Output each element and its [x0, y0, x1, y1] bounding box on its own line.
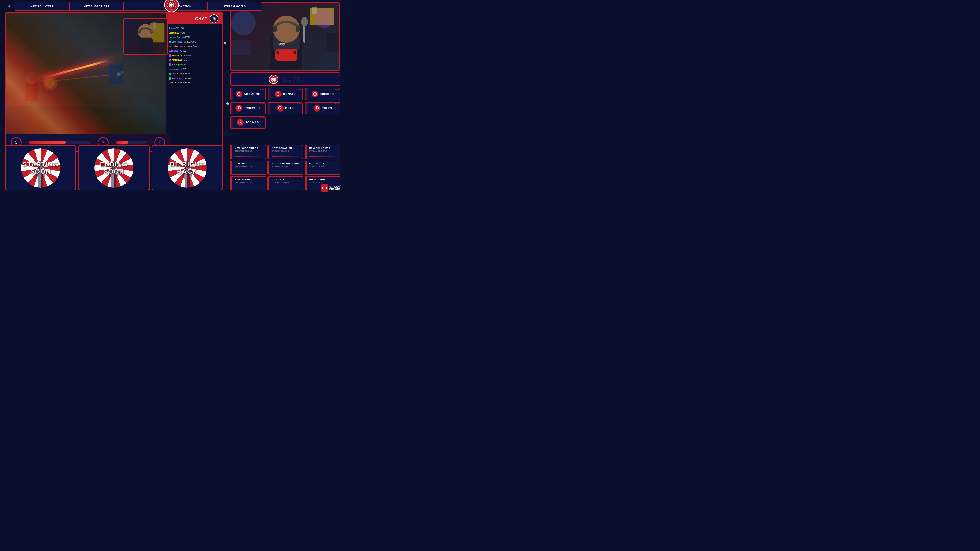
stream-progress-fill [29, 141, 66, 144]
svg-rect-53 [327, 33, 340, 52]
chat-icon [210, 14, 218, 23]
chat-header: CHAT [166, 13, 222, 24]
svg-point-26 [30, 106, 128, 116]
main-stream-area: CHAT Jianca221: GGValdum134: GGHonda_Pre… [5, 12, 223, 152]
chat-message-item: xGrouby_3: KEKW [169, 77, 220, 80]
svg-marker-70 [278, 93, 279, 95]
svg-text:★: ★ [225, 101, 230, 106]
btn-play-icon [237, 92, 241, 96]
laser-beam-effect [40, 59, 111, 79]
svg-rect-61 [275, 49, 298, 61]
alert-card-5: SUPER CHAT STREAM DESIGNZ [305, 160, 340, 175]
chat-message-text: : KEKW [183, 77, 191, 79]
alert-card-sub: STREAM DESIGNZ [270, 181, 300, 183]
svg-point-60 [301, 17, 308, 27]
chat-message-text: : KEKW [178, 50, 186, 52]
btn-dot [299, 103, 300, 104]
chat-message-text: : GG [180, 32, 185, 34]
alert-card-sub: STREAM DESIGNZ [233, 150, 263, 152]
alert-cards-grid: NEW SUBSCRIBER STREAM DESIGNZ NEW DONATI… [230, 145, 340, 191]
chat-badge [169, 64, 171, 66]
btn-dot [300, 89, 301, 90]
alert-card-title: NEW DONATION [270, 147, 300, 149]
logo-strip-icon [269, 75, 278, 84]
btn-dot [336, 89, 337, 90]
svg-point-24 [116, 92, 165, 121]
svg-point-46 [213, 18, 215, 19]
svg-marker-68 [239, 93, 240, 95]
logo-designz-text: DESIGNZ [283, 79, 302, 82]
svg-text:★: ★ [7, 4, 11, 8]
webcam-large-content: Stvy [231, 3, 340, 71]
chat-badge [169, 73, 171, 75]
logo-icon [167, 0, 177, 10]
panel-btn-gear[interactable]: GEAR [268, 102, 303, 114]
webcam-inset [123, 18, 167, 55]
alert-card-sub: STREAM DESIGNZ [308, 181, 337, 183]
svg-rect-85 [38, 179, 41, 190]
chat-username: Jianca221 [172, 41, 183, 43]
btn-dot [335, 89, 336, 90]
dollar-icon: $ [15, 140, 18, 144]
panel-btn-donate[interactable]: DONATE [268, 88, 303, 100]
btn-dot [298, 103, 298, 104]
btn-dots [298, 103, 301, 104]
chat-username: Matsi2018 [172, 59, 183, 61]
btn-dot [263, 103, 264, 104]
btn-dot [338, 89, 339, 90]
chat-username: RenegadeGW [172, 64, 186, 66]
svg-point-35 [109, 52, 123, 65]
svg-rect-97 [185, 179, 187, 190]
svg-rect-91 [111, 179, 114, 190]
svg-point-62 [276, 51, 279, 54]
svg-point-31 [45, 78, 55, 88]
svg-point-66 [272, 78, 275, 81]
chat-message-item: notsmokiets: EZ [169, 68, 220, 71]
svg-text:Stvy: Stvy [278, 42, 285, 46]
alert-bar: NEW FOLLOWER NEW SUBSCRIBER NEW DONATION… [15, 2, 262, 11]
alert-card-7: NEW HOST STREAM DESIGNZ [267, 176, 303, 191]
svg-rect-40 [153, 22, 156, 29]
panel-btn-rules[interactable]: RULES [305, 102, 340, 114]
alert-new-donation2: NEW DONATION [153, 2, 208, 10]
chat-username: Honda_Pre [169, 36, 181, 38]
chat-message-text: : Italian? [183, 54, 191, 57]
alert-card-sub: STREAM DESIGNZ [233, 181, 263, 183]
alert-new-subscriber: NEW SUBSCRIBER [70, 2, 124, 10]
chat-message-text: : GG [179, 27, 184, 29]
alert-card-4: GIFTED MEMBERSHIP STREAM DESIGNZ [267, 160, 303, 175]
webcam-person-small [124, 19, 167, 54]
btn-label: SCHEDULE [244, 107, 261, 110]
alert-subscriber-label: NEW SUBSCRIBER [84, 5, 110, 8]
chat-username: Jianca221 [169, 27, 179, 29]
alert-card-0: NEW SUBSCRIBER STREAM DESIGNZ [230, 145, 266, 159]
bottom-panel-0: STARTINGSOON [5, 145, 76, 191]
panel-btn-about-me[interactable]: ABOUT ME [230, 88, 266, 100]
svg-rect-92 [114, 179, 116, 190]
btn-play-icon [278, 106, 282, 110]
alert-card-6: NEW MEMBER STREAM DESIGNZ [230, 176, 266, 191]
btn-label: DISCORD [320, 92, 334, 95]
btn-play-icon [237, 106, 241, 110]
panel-btn-schedule[interactable]: SCHEDULE [230, 102, 266, 114]
btn-icon [313, 105, 320, 112]
chat-username: Matsi2018 [172, 54, 183, 57]
bottom-panel-1: ENDINGSOON [78, 145, 150, 191]
btn-dots [335, 103, 339, 104]
person-svg-small [124, 18, 167, 55]
alert-card-line [235, 172, 264, 172]
btn-play-icon [313, 92, 317, 96]
chat-username: xGrouby_3 [172, 77, 183, 79]
chat-username: Valdum134 [169, 32, 180, 34]
chat-message-item: husbs123: KEKW [169, 72, 220, 75]
chat-username: notsmokiets [169, 68, 182, 70]
panel-btn-discord[interactable]: DISCORD [305, 88, 340, 100]
btn-label: GEAR [285, 107, 294, 110]
alert-card-sub: STREAM DESIGNZ [308, 150, 337, 152]
svg-point-51 [231, 11, 256, 35]
btn-icon [237, 119, 244, 126]
right-panel: Stvy STREAM DESIGNZ ABOUT ME [230, 2, 340, 129]
panel-btn-socials[interactable]: SOCIALS [230, 116, 266, 129]
heart-icon-1: ♥ [102, 140, 105, 144]
chat-username: SocialistComre [169, 45, 185, 48]
